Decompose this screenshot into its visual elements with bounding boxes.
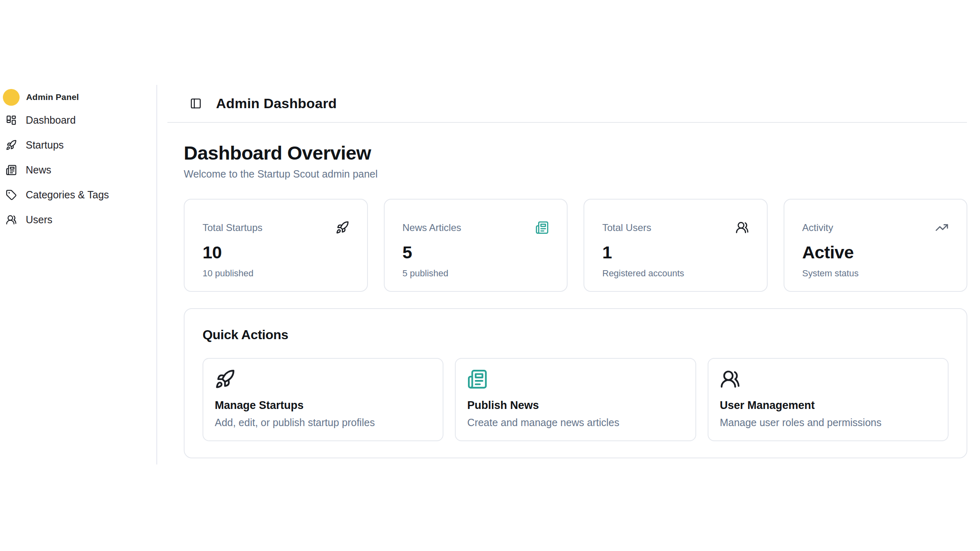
quick-action-title: User Management [720, 399, 936, 412]
quick-action-title: Publish News [467, 399, 684, 412]
rocket-icon [215, 369, 431, 389]
newspaper-icon [535, 221, 549, 234]
sidebar-item-startups[interactable]: Startups [0, 133, 149, 158]
sidebar-item-label: News [26, 164, 51, 176]
sidebar-item-categories-tags[interactable]: Categories & Tags [0, 182, 149, 207]
tag-icon [6, 189, 17, 200]
stat-subtext: System status [802, 268, 949, 279]
newspaper-icon [467, 369, 684, 389]
quick-action-publish-news[interactable]: Publish News Create and manage news arti… [455, 358, 696, 441]
quick-action-description: Add, edit, or publish startup profiles [215, 417, 431, 429]
brand-name: Admin Panel [26, 92, 79, 102]
quick-actions-grid: Manage Startups Add, edit, or publish st… [203, 358, 949, 441]
users-icon [720, 369, 936, 389]
page-title: Admin Dashboard [216, 96, 337, 111]
rocket-icon [6, 140, 17, 151]
stat-label: Activity [802, 222, 833, 233]
stat-subtext: 5 published [403, 268, 549, 279]
rocket-icon [336, 221, 349, 234]
main-area: Admin Dashboard Dashboard Overview Welco… [157, 85, 980, 464]
stat-value: Active [802, 242, 949, 262]
brand-logo-circle [3, 89, 20, 106]
users-icon [6, 214, 17, 225]
stat-card-activity: Activity Active System status [784, 199, 968, 292]
quick-action-user-management[interactable]: User Management Manage user roles and pe… [708, 358, 949, 441]
sidebar-item-label: Categories & Tags [26, 189, 109, 201]
quick-action-manage-startups[interactable]: Manage Startups Add, edit, or publish st… [203, 358, 443, 441]
stat-card-news-articles: News Articles 5 5 published [384, 199, 568, 292]
layout-dashboard-icon [6, 115, 17, 126]
quick-action-title: Manage Startups [215, 399, 431, 412]
users-icon [735, 221, 749, 234]
stat-value: 1 [602, 242, 749, 262]
quick-actions-panel: Quick Actions Manage Startups Add, edit,… [184, 308, 967, 458]
stat-label: News Articles [403, 222, 461, 233]
stat-subtext: Registered accounts [602, 268, 749, 279]
stat-card-total-users: Total Users 1 Registered accounts [584, 199, 768, 292]
quick-action-description: Manage user roles and permissions [720, 417, 936, 429]
sidebar-brand: Admin Panel [0, 87, 149, 107]
sidebar-item-users[interactable]: Users [0, 207, 149, 232]
stat-value: 10 [203, 242, 349, 262]
sidebar-item-label: Users [26, 214, 52, 226]
sidebar-item-label: Dashboard [26, 114, 76, 126]
trending-up-icon [935, 221, 949, 234]
newspaper-icon [6, 164, 17, 176]
sidebar-nav: Dashboard Startups News Categories & Tag… [0, 108, 149, 232]
stat-card-total-startups: Total Startups 10 10 published [184, 199, 368, 292]
stat-label: Total Startups [203, 222, 263, 233]
sidebar-item-news[interactable]: News [0, 158, 149, 182]
admin-app: Admin Panel Dashboard Startups News [0, 85, 980, 464]
stats-row: Total Startups 10 10 published News Arti… [184, 199, 967, 292]
quick-action-description: Create and manage news articles [467, 417, 684, 429]
dashboard-content: Dashboard Overview Welcome to the Startu… [157, 123, 980, 458]
stat-value: 5 [403, 242, 549, 262]
sidebar-item-dashboard[interactable]: Dashboard [0, 108, 149, 133]
sidebar-item-label: Startups [26, 139, 64, 151]
main-header: Admin Dashboard [167, 85, 967, 123]
stat-subtext: 10 published [203, 268, 349, 279]
sidebar: Admin Panel Dashboard Startups News [0, 85, 157, 464]
panel-left-icon[interactable] [190, 98, 202, 109]
quick-actions-title: Quick Actions [203, 327, 949, 342]
stat-label: Total Users [602, 222, 651, 233]
overview-title: Dashboard Overview [184, 142, 967, 164]
overview-subtitle: Welcome to the Startup Scout admin panel [184, 168, 967, 180]
